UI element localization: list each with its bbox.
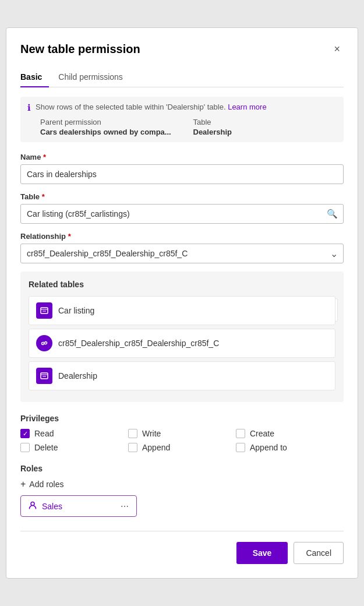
privileges-title: Privileges [20,414,344,423]
privilege-delete[interactable]: Delete [20,443,128,452]
role-options-icon[interactable]: ⋯ [121,502,129,511]
privilege-write[interactable]: Write [128,429,236,438]
tab-child-permissions[interactable]: Child permissions [58,68,129,87]
related-tables-box: Related tables Car listing cr85f_Dealers… [20,272,344,402]
plus-icon: + [20,479,26,489]
info-text: Show rows of the selected table within '… [36,103,267,111]
name-required-marker: * [43,153,46,161]
col1-header: Parent permission [40,118,184,126]
table-item-dealership: Dealership [29,361,335,390]
footer-divider [20,531,344,531]
write-checkbox[interactable] [128,429,137,438]
table-label: Table * [20,192,344,201]
related-tables-title: Related tables [29,280,335,289]
table-item-relationship: cr85f_Dealership_cr85f_Dealership_cr85f_… [29,329,335,358]
tabs-bar: Basic Child permissions [20,67,344,87]
car-listing-label: Car listing [58,306,94,315]
table-required-marker: * [42,192,45,201]
name-field-group: Name * [20,153,344,192]
create-checkbox[interactable] [236,429,245,438]
read-checkbox[interactable] [20,429,30,438]
delete-checkbox[interactable] [20,443,30,452]
role-label: Sales [42,502,62,511]
privileges-section: Privileges Read Write Create Delete [20,414,344,452]
svg-rect-0 [41,308,48,313]
dialog-header: New table permission × [20,42,344,57]
table-item-car-listing: Car listing [29,296,335,325]
save-button[interactable]: Save [236,542,288,564]
privilege-append[interactable]: Append [128,443,236,452]
append-to-checkbox[interactable] [236,443,245,452]
close-button[interactable]: × [330,42,344,57]
learn-more-link[interactable]: Learn more [228,103,266,111]
relationship-label: Relationship * [20,232,344,241]
svg-rect-3 [41,373,48,379]
relationship-select-wrapper: cr85f_Dealership_cr85f_Dealership_cr85f_… [20,244,344,263]
relationship-link-icon [36,335,52,351]
relationship-required-marker: * [68,232,71,241]
table-field-group: Table * 🔍 [20,192,344,224]
info-box: ℹ Show rows of the selected table within… [20,97,344,142]
car-listing-stack: Car listing [29,296,335,325]
col1-value: Cars dealerships owned by compa... [40,128,184,136]
append-checkbox[interactable] [128,443,137,452]
info-icon: ℹ [27,103,31,113]
role-person-icon [28,501,37,512]
roles-title: Roles [20,464,344,473]
role-tag-left: Sales [28,501,62,512]
relationship-field-group: Relationship * cr85f_Dealership_cr85f_De… [20,232,344,263]
table-select-wrapper: 🔍 [20,204,344,224]
new-table-permission-dialog: New table permission × Basic Child permi… [6,27,358,579]
info-row: ℹ Show rows of the selected table within… [27,103,337,113]
svg-point-6 [31,502,34,506]
car-listing-table-icon [36,302,52,319]
col2-header: Table [193,118,337,126]
name-input[interactable] [20,164,344,184]
footer-buttons: Save Cancel [20,542,344,564]
name-label: Name * [20,153,344,161]
add-roles-button[interactable]: + Add roles [20,479,64,489]
col2-value: Dealership [193,128,337,136]
relationship-select[interactable]: cr85f_Dealership_cr85f_Dealership_cr85f_… [20,244,344,263]
privilege-create[interactable]: Create [236,429,344,438]
privilege-read[interactable]: Read [20,429,128,438]
info-table: Parent permission Table Cars dealerships… [40,118,337,136]
privilege-append-to[interactable]: Append to [236,443,344,452]
table-select[interactable] [20,204,344,224]
roles-section: Roles + Add roles Sales ⋯ [20,464,344,517]
tab-basic[interactable]: Basic [20,68,49,87]
dealership-label: Dealership [58,371,97,380]
role-tag-sales: Sales ⋯ [20,495,137,517]
dialog-title: New table permission [20,43,140,56]
dealership-table-icon [36,368,52,384]
cancel-button[interactable]: Cancel [294,542,344,564]
privileges-grid: Read Write Create Delete Append Append [20,429,344,452]
relationship-label: cr85f_Dealership_cr85f_Dealership_cr85f_… [58,339,219,348]
